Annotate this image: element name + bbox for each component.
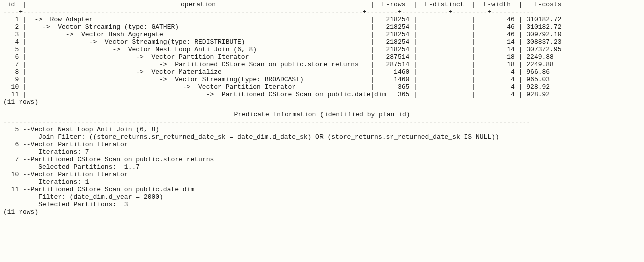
plan-row-id: 11 (3, 91, 19, 98)
plan-row: 7 | -> Partitioned CStore Scan on public… (3, 61, 641, 68)
plan-row-operation: -> Vector Partition Iterator (31, 54, 367, 61)
plan-row-ecosts: 966.86 (526, 68, 569, 76)
plan-row: 2 | -> Vector Streaming (type: GATHER) |… (3, 24, 641, 31)
plan-row-ewidth: 4 (480, 91, 515, 98)
predicate-separator: ----------------------------------------… (3, 118, 641, 126)
plan-row-erows: 218254 (378, 46, 409, 54)
plan-row: 4 | -> Vector Streaming(type: REDISTRIBU… (3, 38, 641, 46)
predicate-line: Filter: (date_dim.d_year = 2000) (3, 194, 641, 201)
plan-row-ecosts: 307372.95 (526, 46, 569, 54)
plan-row-id: 4 (3, 38, 19, 46)
header-edistinct: E-distinct (421, 1, 468, 8)
plan-row-operation: -> Vector Streaming(type: REDISTRIBUTE) (31, 38, 367, 46)
plan-row-operation: -> Row Adapter (31, 16, 367, 24)
plan-row-ewidth: 18 (480, 61, 515, 68)
plan-row-id: 8 (3, 68, 19, 76)
plan-row: 10 | -> Vector Partition Iterator | 365 … (3, 84, 641, 91)
plan-row-ewidth: 46 (480, 24, 515, 31)
plan-row: 9 | -> Vector Streaming(type: BROADCAST)… (3, 76, 641, 84)
predicate-line: Join Filter: ((store_returns.sr_returned… (3, 134, 641, 141)
plan-row-erows: 1460 (378, 76, 409, 84)
plan-row: 6 | -> Vector Partition Iterator | 28751… (3, 54, 641, 61)
plan-row: 11 | -> Partitioned CStore Scan on publi… (3, 91, 641, 98)
plan-row-erows: 287514 (378, 61, 409, 68)
plan-row-erows: 365 (378, 91, 409, 98)
plan-row-ewidth: 18 (480, 54, 515, 61)
highlighted-operator: Vector Nest Loop Anti Join (6, 8) (127, 46, 258, 54)
plan-row-id: 6 (3, 54, 19, 61)
header-id: id (3, 1, 19, 8)
plan-row-ewidth: 4 (480, 68, 515, 76)
plan-row-ewidth: 46 (480, 31, 515, 38)
plan-row-id: 9 (3, 76, 19, 84)
plan-row-ewidth: 46 (480, 16, 515, 24)
plan-row-erows: 218254 (378, 24, 409, 31)
query-plan-output: { "table": { "headers": { "id": " id ", … (0, 0, 644, 221)
plan-row: 8 | -> Vector Materialize | 1460 | | 4 |… (3, 68, 641, 76)
plan-row-operation: -> Vector Nest Loop Anti Join (6, 8) (31, 46, 367, 54)
plan-row-operation: -> Partitioned CStore Scan on public.dat… (31, 91, 367, 98)
plan-row-ewidth: 14 (480, 38, 515, 46)
plan-row-operation: -> Vector Materialize (31, 68, 367, 76)
plan-row-erows: 218254 (378, 38, 409, 46)
plan-row-id: 5 (3, 46, 19, 54)
plan-row-erows: 365 (378, 84, 409, 91)
plan-row-id: 1 (3, 16, 19, 24)
plan-table-header: id | operation | E-rows | E-distinct | E… (3, 1, 641, 8)
plan-row-ecosts: 2249.88 (526, 61, 569, 68)
plan-row-ewidth: 4 (480, 76, 515, 84)
plan-row-erows: 218254 (378, 31, 409, 38)
predicate-section-title: Predicate Information (identified by pla… (3, 106, 641, 118)
plan-row-ecosts: 965.03 (526, 76, 569, 84)
predicate-lines: 5 --Vector Nest Loop Anti Join (6, 8) Jo… (3, 126, 641, 208)
plan-row: 1 | -> Row Adapter | 218254 | | 46 | 310… (3, 16, 641, 24)
plan-row-ewidth: 4 (480, 84, 515, 91)
predicate-line: 5 --Vector Nest Loop Anti Join (6, 8) (3, 126, 641, 134)
predicate-line: 6 --Vector Partition Iterator (3, 141, 641, 148)
plan-row-ecosts: 309792.10 (526, 31, 569, 38)
plan-row-operation: -> Vector Streaming (type: GATHER) (31, 24, 367, 31)
plan-row-ecosts: 310182.72 (526, 16, 569, 24)
plan-row: 3 | -> Vector Hash Aggregate | 218254 | … (3, 31, 641, 38)
plan-row-ewidth: 14 (480, 46, 515, 54)
plan-row-operation: -> Partitioned CStore Scan on public.sto… (31, 61, 367, 68)
header-operation: operation (31, 1, 367, 8)
plan-row-erows: 287514 (378, 54, 409, 61)
plan-row: 5 | -> Vector Nest Loop Anti Join (6, 8)… (3, 46, 641, 54)
plan-row-id: 3 (3, 31, 19, 38)
predicate-line: 11 --Partitioned CStore Scan on public.d… (3, 186, 641, 194)
header-erows: E-rows (378, 1, 409, 8)
plan-row-ecosts: 928.92 (526, 84, 569, 91)
plan-row-ecosts: 310182.72 (526, 24, 569, 31)
plan-row-operation: -> Vector Streaming(type: BROADCAST) (31, 76, 367, 84)
plan-row-operation: -> Vector Hash Aggregate (31, 31, 367, 38)
predicate-line: 10 --Vector Partition Iterator (3, 171, 641, 178)
plan-table-body: 1 | -> Row Adapter | 218254 | | 46 | 310… (3, 16, 641, 98)
plan-row-id: 7 (3, 61, 19, 68)
predicate-line: Selected Partitions: 3 (3, 201, 641, 208)
predicate-line: Iterations: 1 (3, 178, 641, 186)
plan-row-id: 2 (3, 24, 19, 31)
header-ecosts: E-costs (526, 1, 569, 8)
plan-row-erows: 1460 (378, 68, 409, 76)
predicate-line: Iterations: 7 (3, 148, 641, 156)
predicate-line: 7 --Partitioned CStore Scan on public.st… (3, 156, 641, 164)
header-ewidth: E-width (480, 1, 515, 8)
predicate-line: Selected Partitions: 1..7 (3, 164, 641, 171)
row-count-2: (11 rows) (3, 208, 641, 216)
plan-row-ecosts: 928.92 (526, 91, 569, 98)
plan-row-id: 10 (3, 84, 19, 91)
plan-row-ecosts: 2249.88 (526, 54, 569, 61)
plan-row-ecosts: 308837.23 (526, 38, 569, 46)
plan-row-erows: 218254 (378, 16, 409, 24)
row-count-1: (11 rows) (3, 98, 641, 106)
plan-row-operation: -> Vector Partition Iterator (31, 84, 367, 91)
plan-table-separator: ----+-----------------------------------… (3, 8, 641, 16)
